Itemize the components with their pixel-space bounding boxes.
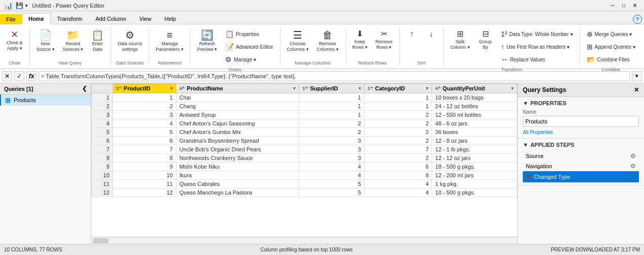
tab-file[interactable]: File bbox=[0, 14, 22, 24]
table-row: 1 1 Chai 1 1 10 boxes x 20 bags bbox=[92, 93, 517, 102]
advanced-editor-button[interactable]: 📝 Advanced Editor bbox=[222, 41, 276, 52]
help-icon[interactable]: ? bbox=[633, 15, 642, 24]
combine-files-button[interactable]: 📂 Combine Files bbox=[583, 54, 639, 65]
ribbon-group-data-sources: ⚙ Data sourcesettings Data Sources bbox=[111, 26, 150, 67]
productid-type-icon: 1²³ bbox=[116, 86, 122, 91]
cell-productname: Ikura bbox=[176, 171, 299, 180]
split-column-button[interactable]: ⊞ SplitColumn ▾ bbox=[447, 27, 474, 53]
formula-cancel-button[interactable]: ✕ bbox=[2, 71, 12, 81]
row-num-cell: 7 bbox=[92, 145, 113, 154]
cell-quantityperunit: 12 - 8 oz jars bbox=[432, 137, 517, 145]
qs-properties-collapse-icon[interactable]: ▼ bbox=[523, 100, 528, 106]
qs-title: Query Settings bbox=[523, 86, 566, 93]
close-apply-button[interactable]: ✕ Close &Apply ▾ bbox=[3, 27, 26, 54]
keep-rows-button[interactable]: ⬇ KeepRows ▾ bbox=[349, 27, 371, 53]
remove-columns-button[interactable]: 🗑 RemoveColumns ▾ bbox=[313, 27, 342, 55]
col-header-quantityperunit[interactable]: Aᵇ QuantityPerUnit ▾ bbox=[432, 84, 517, 93]
col-header-categoryid[interactable]: 1²³ CategoryID ▾ bbox=[364, 84, 432, 93]
queries-panel-collapse[interactable]: ❮ bbox=[82, 85, 87, 92]
cell-categoryid: 4 bbox=[364, 180, 432, 188]
refresh-preview-button[interactable]: 🔄 RefreshPreview ▾ bbox=[194, 27, 221, 55]
cell-categoryid: 8 bbox=[364, 171, 432, 180]
properties-label: Properties bbox=[236, 31, 259, 37]
cell-supplierid: 5 bbox=[299, 180, 364, 188]
sort-ascending-button[interactable]: ↑ bbox=[403, 27, 421, 42]
merge-queries-label: Merge Queries ▾ bbox=[595, 31, 632, 37]
ribbon-group-manage-columns: ☰ ChooseColumns ▾ 🗑 RemoveColumns ▾ Mana… bbox=[280, 26, 346, 67]
categoryid-type-icon: 1²³ bbox=[368, 86, 373, 91]
reduce-rows-buttons: ⬇ KeepRows ▾ ✂ RemoveRows ▾ bbox=[349, 27, 397, 59]
replace-values-button[interactable]: ↔ Replace Values bbox=[497, 54, 577, 65]
formula-bar: ✕ ✓ fx ▾ bbox=[0, 69, 644, 83]
qs-step-changed-type[interactable]: ✕ Changed Type bbox=[523, 171, 639, 182]
cell-productid: 6 bbox=[113, 137, 176, 145]
qs-step-navigation[interactable]: Navigation ⚙ bbox=[523, 161, 639, 171]
productname-filter-btn[interactable]: ▾ bbox=[293, 86, 296, 91]
col-header-supplierid[interactable]: 1²³ SupplierID ▾ bbox=[299, 84, 364, 93]
merge-queries-button[interactable]: ⊕ Merge Queries ▾ bbox=[583, 28, 639, 40]
quantityperunit-filter-btn[interactable]: ▾ bbox=[511, 86, 514, 91]
manage-parameters-button[interactable]: ≡ ManageParameters ▾ bbox=[153, 27, 187, 55]
col-header-productname[interactable]: Aᵇ ProductName ▾ bbox=[176, 84, 299, 93]
categoryid-filter-btn[interactable]: ▾ bbox=[426, 86, 428, 91]
data-grid-wrapper[interactable]: 1²³ ProductID ▾ Aᵇ ProductName ▾ bbox=[91, 83, 517, 237]
maximize-button[interactable]: □ bbox=[619, 2, 629, 10]
formula-apply-button[interactable]: ✓ bbox=[14, 71, 24, 81]
qs-all-properties-link[interactable]: All Properties bbox=[523, 130, 553, 135]
manage-columns-buttons: ☰ ChooseColumns ▾ 🗑 RemoveColumns ▾ bbox=[283, 27, 342, 59]
ribbon: ✕ Close &Apply ▾ Close 📄 NewSource ▾ 📁 R… bbox=[0, 24, 644, 69]
supplierid-filter-btn[interactable]: ▾ bbox=[359, 86, 361, 91]
quick-access-dropdown[interactable]: ▾ bbox=[25, 3, 28, 8]
manage-columns-group-label: Manage Columns bbox=[295, 59, 331, 66]
qs-close-button[interactable]: ✕ bbox=[634, 86, 639, 93]
advanced-editor-icon: 📝 bbox=[225, 43, 234, 51]
qs-step-source-gear[interactable]: ⚙ bbox=[630, 152, 636, 160]
col-header-productid[interactable]: 1²³ ProductID ▾ bbox=[113, 84, 176, 93]
qs-step-changed-type-label: Changed Type bbox=[534, 174, 570, 180]
cell-productid: 2 bbox=[113, 102, 176, 111]
manage-button[interactable]: ⚙ Manage ▾ bbox=[222, 54, 276, 65]
use-first-row-button[interactable]: ↑ Use First Row as Headers ▾ bbox=[497, 41, 577, 52]
formula-expand-button[interactable]: ▾ bbox=[632, 71, 642, 81]
sort-descending-button[interactable]: ↓ bbox=[422, 27, 440, 42]
ribbon-group-transform: ⊞ SplitColumn ▾ ⊟ GroupBy 1² Data Type: … bbox=[444, 26, 580, 67]
qs-name-input[interactable] bbox=[523, 116, 639, 127]
recent-sources-button[interactable]: 📁 RecentSources ▾ bbox=[59, 27, 87, 55]
properties-button[interactable]: 📋 Properties bbox=[222, 28, 276, 40]
minimize-button[interactable]: ─ bbox=[607, 2, 618, 10]
cell-quantityperunit: 36 boxes bbox=[432, 128, 517, 137]
qs-step-changed-type-delete[interactable]: ✕ bbox=[526, 173, 532, 181]
cell-productname: Chef Anton's Cajun Seasoning bbox=[176, 119, 299, 128]
ribbon-group-query: 🔄 RefreshPreview ▾ 📋 Properties 📝 Advanc… bbox=[191, 26, 280, 67]
formula-fx-button[interactable]: fx bbox=[26, 71, 37, 81]
productid-filter-btn[interactable]: ▾ bbox=[170, 86, 173, 91]
formula-input[interactable] bbox=[39, 71, 630, 81]
close-window-button[interactable]: ✕ bbox=[630, 2, 640, 10]
remove-rows-button[interactable]: ✂ RemoveRows ▾ bbox=[372, 27, 397, 53]
tab-transform[interactable]: Transform bbox=[51, 13, 89, 24]
qs-step-source[interactable]: Source ⚙ bbox=[523, 151, 639, 161]
sort-group-label: Sort bbox=[417, 59, 426, 66]
enter-data-button[interactable]: 📋 EnterData bbox=[88, 27, 108, 55]
quick-access-save[interactable]: 💾 bbox=[16, 2, 23, 9]
tab-help[interactable]: Help bbox=[158, 13, 183, 24]
new-source-button[interactable]: 📄 NewSource ▾ bbox=[33, 27, 58, 55]
refresh-preview-label: RefreshPreview ▾ bbox=[197, 41, 218, 52]
qs-step-source-name: Source bbox=[526, 153, 544, 159]
data-type-button[interactable]: 1² Data Type: Whole Number ▾ bbox=[497, 28, 577, 40]
categoryid-col-name: CategoryID bbox=[375, 85, 405, 91]
append-queries-button[interactable]: ⊞ Append Queries ▾ bbox=[583, 41, 639, 52]
qs-steps-collapse-icon[interactable]: ▼ bbox=[523, 142, 528, 148]
tab-add-column[interactable]: Add Column bbox=[89, 13, 133, 24]
tab-view[interactable]: View bbox=[133, 13, 158, 24]
h-scrollbar-thumb[interactable] bbox=[93, 238, 109, 243]
query-item-products[interactable]: ▦ Products bbox=[0, 94, 91, 106]
qs-step-navigation-gear[interactable]: ⚙ bbox=[630, 163, 636, 170]
group-by-button[interactable]: ⊟ GroupBy bbox=[476, 27, 495, 53]
cell-productname: Aniseed Syrup bbox=[176, 111, 299, 119]
data-source-settings-button[interactable]: ⚙ Data sourcesettings bbox=[114, 27, 146, 55]
tab-home[interactable]: Home bbox=[22, 13, 51, 24]
choose-columns-button[interactable]: ☰ ChooseColumns ▾ bbox=[283, 27, 312, 55]
cell-categoryid: 2 bbox=[364, 137, 432, 145]
parameters-group-label: Parameters bbox=[158, 59, 182, 66]
